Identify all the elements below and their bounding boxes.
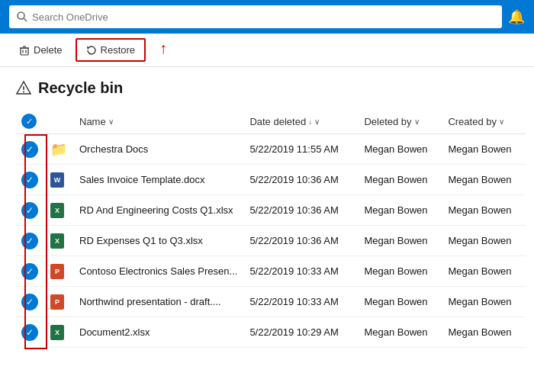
excel-icon: X bbox=[50, 203, 64, 218]
row-file-icon-cell: W bbox=[44, 165, 73, 195]
delete-button[interactable]: Delete bbox=[9, 39, 72, 61]
table-header-row: ✓ Name ∨ Date deleted ↓ ∨ bbox=[15, 109, 526, 134]
row-created-by: Megan Bowen bbox=[442, 256, 526, 287]
row-checkbox[interactable]: ✓ bbox=[21, 294, 38, 310]
row-name[interactable]: RD And Engineering Costs Q1.xlsx bbox=[73, 195, 243, 226]
row-file-icon-cell: X bbox=[44, 317, 73, 348]
created-sort-icon: ∨ bbox=[499, 117, 504, 126]
restore-label: Restore bbox=[101, 44, 136, 56]
file-table: ✓ Name ∨ Date deleted ↓ ∨ bbox=[15, 109, 526, 348]
row-date-deleted: 5/22/2019 11:55 AM bbox=[243, 134, 358, 165]
row-checkbox[interactable]: ✓ bbox=[21, 141, 38, 158]
row-name[interactable]: Orchestra Docs bbox=[73, 134, 243, 165]
row-date-deleted: 5/22/2019 10:36 AM bbox=[243, 195, 358, 226]
delete-label: Delete bbox=[34, 44, 63, 56]
row-name[interactable]: RD Expenses Q1 to Q3.xlsx bbox=[73, 226, 243, 256]
excel-icon: X bbox=[50, 233, 64, 249]
col-date-header[interactable]: Date deleted ↓ ∨ bbox=[243, 109, 358, 134]
table-row[interactable]: ✓PNorthwind presentation - draft....5/22… bbox=[15, 287, 526, 317]
svg-line-1 bbox=[24, 18, 27, 21]
row-date-deleted: 5/22/2019 10:36 AM bbox=[243, 226, 358, 256]
row-name[interactable]: Northwind presentation - draft.... bbox=[73, 287, 243, 317]
row-deleted-by: Megan Bowen bbox=[358, 195, 442, 226]
date-sort-icon: ↓ bbox=[308, 117, 312, 126]
row-checkbox-cell[interactable]: ✓ bbox=[15, 165, 44, 195]
word-icon: W bbox=[50, 172, 64, 188]
row-checkbox-cell[interactable]: ✓ bbox=[15, 226, 44, 256]
row-checkbox-cell[interactable]: ✓ bbox=[15, 256, 44, 287]
row-date-deleted: 5/22/2019 10:29 AM bbox=[243, 317, 358, 348]
col-select-all[interactable]: ✓ bbox=[15, 109, 44, 134]
row-checkbox-cell[interactable]: ✓ bbox=[15, 195, 44, 226]
deleted-sort-icon: ∨ bbox=[414, 117, 420, 126]
row-checkbox-cell[interactable]: ✓ bbox=[15, 287, 44, 317]
svg-point-0 bbox=[18, 12, 24, 19]
row-checkbox[interactable]: ✓ bbox=[21, 263, 38, 280]
table-row[interactable]: ✓📁Orchestra Docs5/22/2019 11:55 AMMegan … bbox=[15, 134, 526, 165]
recycle-bin-icon bbox=[15, 80, 32, 97]
restore-button[interactable]: Restore bbox=[76, 38, 146, 62]
row-created-by: Megan Bowen bbox=[442, 195, 526, 226]
row-created-by: Megan Bowen bbox=[442, 226, 526, 256]
search-icon bbox=[17, 11, 27, 22]
row-deleted-by: Megan Bowen bbox=[358, 317, 442, 348]
row-date-deleted: 5/22/2019 10:36 AM bbox=[243, 165, 358, 195]
notification-bell-icon[interactable]: 🔔 bbox=[508, 8, 525, 25]
row-checkbox[interactable]: ✓ bbox=[21, 172, 38, 188]
row-checkbox-cell[interactable]: ✓ bbox=[15, 134, 44, 165]
excel-icon: X bbox=[50, 325, 64, 340]
table-row[interactable]: ✓PContoso Electronics Sales Presen...5/2… bbox=[15, 256, 526, 287]
search-bar[interactable] bbox=[9, 5, 502, 28]
col-icon-header bbox=[44, 109, 73, 134]
date-sort-icon2: ∨ bbox=[314, 117, 320, 126]
toolbar: Delete Restore ↑ bbox=[0, 34, 534, 67]
row-file-icon-cell: X bbox=[44, 195, 73, 226]
row-deleted-by: Megan Bowen bbox=[358, 134, 442, 165]
search-input[interactable] bbox=[32, 11, 494, 23]
svg-rect-2 bbox=[21, 48, 28, 55]
table-row[interactable]: ✓WSales Invoice Template.docx5/22/2019 1… bbox=[15, 165, 526, 195]
name-sort-icon: ∨ bbox=[108, 117, 114, 126]
row-created-by: Megan Bowen bbox=[442, 287, 526, 317]
file-table-body: ✓📁Orchestra Docs5/22/2019 11:55 AMMegan … bbox=[15, 134, 526, 348]
row-checkbox[interactable]: ✓ bbox=[21, 233, 38, 249]
row-file-icon-cell: P bbox=[44, 287, 73, 317]
row-name[interactable]: Document2.xlsx bbox=[73, 317, 243, 348]
row-file-icon-cell: P bbox=[44, 256, 73, 287]
row-deleted-by: Megan Bowen bbox=[358, 226, 442, 256]
table-row[interactable]: ✓XRD And Engineering Costs Q1.xlsx5/22/2… bbox=[15, 195, 526, 226]
row-checkbox[interactable]: ✓ bbox=[21, 202, 38, 219]
row-created-by: Megan Bowen bbox=[442, 165, 526, 195]
row-checkbox[interactable]: ✓ bbox=[21, 324, 38, 341]
annotation-arrow: ↑ bbox=[155, 41, 167, 59]
col-created-header[interactable]: Created by ∨ bbox=[442, 109, 526, 134]
row-name[interactable]: Sales Invoice Template.docx bbox=[73, 165, 243, 195]
col-deleted-header[interactable]: Deleted by ∨ bbox=[358, 109, 442, 134]
row-created-by: Megan Bowen bbox=[442, 134, 526, 165]
svg-point-9 bbox=[23, 91, 24, 92]
row-deleted-by: Megan Bowen bbox=[358, 165, 442, 195]
delete-icon bbox=[19, 45, 30, 56]
main-content: Recycle bin ✓ Name ∨ bbox=[0, 67, 534, 348]
file-table-wrapper: ✓ Name ∨ Date deleted ↓ ∨ bbox=[15, 109, 519, 348]
select-all-checkbox[interactable]: ✓ bbox=[21, 114, 37, 129]
row-checkbox-cell[interactable]: ✓ bbox=[15, 317, 44, 348]
row-created-by: Megan Bowen bbox=[442, 317, 526, 348]
row-date-deleted: 5/22/2019 10:33 AM bbox=[243, 256, 358, 287]
table-row[interactable]: ✓XRD Expenses Q1 to Q3.xlsx5/22/2019 10:… bbox=[15, 226, 526, 256]
row-deleted-by: Megan Bowen bbox=[358, 287, 442, 317]
row-name[interactable]: Contoso Electronics Sales Presen... bbox=[73, 256, 243, 287]
row-file-icon-cell: X bbox=[44, 226, 73, 256]
page-title: Recycle bin bbox=[15, 79, 519, 97]
ppt-icon: P bbox=[50, 294, 64, 310]
app-header: 🔔 bbox=[0, 0, 534, 34]
table-row[interactable]: ✓XDocument2.xlsx5/22/2019 10:29 AMMegan … bbox=[15, 317, 526, 348]
row-file-icon-cell: 📁 bbox=[44, 134, 73, 165]
folder-icon: 📁 bbox=[50, 142, 67, 157]
ppt-icon: P bbox=[50, 264, 64, 279]
restore-icon bbox=[86, 45, 97, 56]
row-date-deleted: 5/22/2019 10:33 AM bbox=[243, 287, 358, 317]
row-deleted-by: Megan Bowen bbox=[358, 256, 442, 287]
col-name-header[interactable]: Name ∨ bbox=[73, 109, 243, 134]
